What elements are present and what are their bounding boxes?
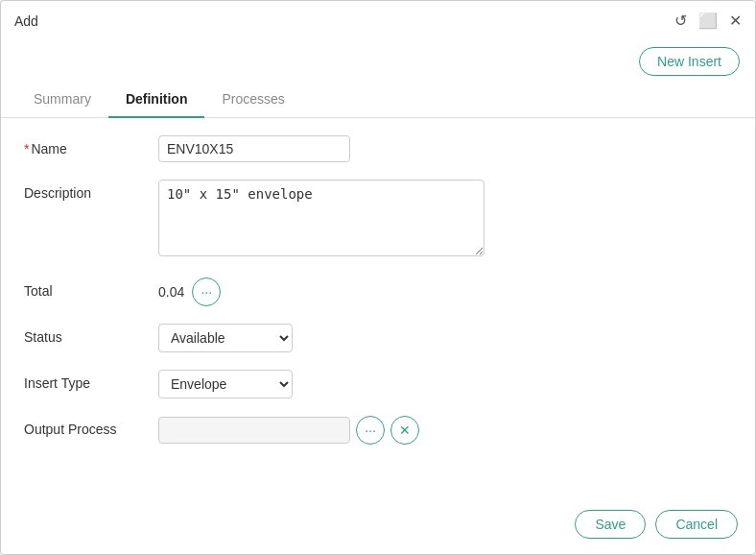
required-marker: * [24, 141, 29, 157]
refresh-icon[interactable]: ↺ [674, 13, 687, 29]
output-process-ellipsis-button[interactable]: ··· [356, 416, 385, 445]
name-row: *Name [24, 135, 732, 162]
main-window: Add ↺ ⬜ ✕ New Insert Summary Definition … [0, 0, 756, 555]
maximize-icon[interactable]: ⬜ [698, 13, 718, 29]
window-controls: ↺ ⬜ ✕ [674, 13, 742, 29]
tab-processes[interactable]: Processes [204, 84, 301, 118]
total-ellipsis-button[interactable]: ··· [192, 278, 221, 306]
status-select[interactable]: Available Inactive [158, 324, 293, 352]
tabs-bar: Summary Definition Processes [1, 84, 755, 118]
description-control: 10" x 15" envelope [158, 180, 732, 260]
output-process-clear-button[interactable]: ✕ [390, 416, 419, 445]
total-row: Total 0.04 ··· [24, 278, 732, 306]
output-process-row: Output Process ··· ✕ [24, 416, 732, 445]
status-row: Status Available Inactive [24, 324, 732, 352]
tab-definition[interactable]: Definition [108, 84, 205, 118]
window-title: Add [14, 13, 38, 29]
name-label: *Name [24, 135, 158, 157]
status-control: Available Inactive [158, 324, 732, 352]
name-input[interactable] [158, 135, 350, 162]
output-process-control: ··· ✕ [158, 416, 732, 445]
insert-type-select[interactable]: Envelope Sheet Card [158, 370, 293, 398]
tab-summary[interactable]: Summary [16, 84, 108, 118]
name-control [158, 135, 732, 162]
cancel-button[interactable]: Cancel [655, 510, 738, 539]
description-label: Description [24, 180, 158, 201]
form-area: *Name Description 10" x 15" envelope Tot… [1, 118, 755, 501]
footer: Save Cancel [1, 500, 755, 554]
description-textarea[interactable]: 10" x 15" envelope [158, 180, 484, 256]
close-icon[interactable]: ✕ [729, 13, 742, 29]
total-label: Total [24, 278, 158, 299]
total-value: 0.04 [158, 284, 184, 300]
save-button[interactable]: Save [575, 510, 646, 539]
output-process-label: Output Process [24, 416, 158, 437]
total-control: 0.04 ··· [158, 278, 732, 306]
new-insert-button[interactable]: New Insert [639, 47, 740, 76]
status-label: Status [24, 324, 158, 345]
description-row: Description 10" x 15" envelope [24, 180, 732, 260]
insert-type-row: Insert Type Envelope Sheet Card [24, 370, 732, 398]
output-process-input[interactable] [158, 417, 350, 444]
toolbar: New Insert [1, 39, 755, 84]
title-bar: Add ↺ ⬜ ✕ [1, 1, 755, 39]
insert-type-control: Envelope Sheet Card [158, 370, 732, 398]
insert-type-label: Insert Type [24, 370, 158, 391]
